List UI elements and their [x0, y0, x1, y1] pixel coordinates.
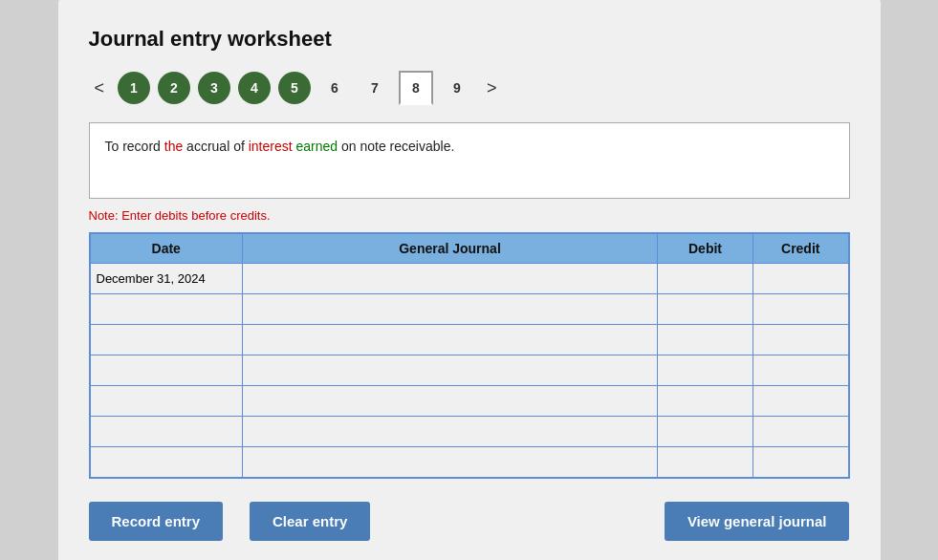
debit-cell-6[interactable] — [658, 447, 753, 478]
page-btn-8[interactable]: 8 — [399, 71, 433, 105]
debit-input-4[interactable] — [658, 386, 753, 416]
page-btn-9[interactable]: 9 — [441, 72, 473, 104]
page-btn-5[interactable]: 5 — [278, 72, 311, 104]
page-btn-3[interactable]: 3 — [198, 72, 230, 104]
page-btn-7[interactable]: 7 — [359, 72, 391, 104]
credit-cell-2[interactable] — [753, 325, 849, 355]
gj-cell-0[interactable] — [243, 264, 658, 294]
page-title: Journal entry worksheet — [89, 27, 850, 52]
highlight-the: the — [164, 139, 183, 154]
table-row — [90, 447, 849, 478]
col-header-debit: Debit — [658, 233, 753, 264]
table-row — [90, 417, 849, 447]
clear-entry-button[interactable]: Clear entry — [250, 502, 370, 541]
credit-input-4[interactable] — [753, 386, 848, 416]
date-cell-4 — [90, 386, 243, 417]
page-btn-6[interactable]: 6 — [318, 72, 351, 104]
gj-cell-4[interactable] — [243, 386, 658, 417]
credit-cell-6[interactable] — [753, 447, 849, 478]
debit-input-3[interactable] — [658, 355, 753, 385]
credit-cell-0[interactable] — [753, 264, 849, 294]
debit-cell-3[interactable] — [658, 355, 753, 386]
debit-cell-5[interactable] — [658, 417, 753, 447]
debit-cell-0[interactable] — [658, 264, 753, 294]
date-cell-6 — [90, 447, 243, 478]
date-cell-0: December 31, 2024 — [90, 264, 243, 294]
credit-cell-1[interactable] — [753, 294, 849, 325]
col-header-date: Date — [90, 233, 243, 264]
view-general-journal-button[interactable]: View general journal — [665, 502, 850, 541]
pagination-bar: < 1 2 3 4 5 6 7 8 9 > — [89, 71, 850, 105]
note-text: Note: Enter debits before credits. — [89, 208, 850, 223]
credit-cell-4[interactable] — [753, 386, 849, 417]
page-btn-2[interactable]: 2 — [158, 72, 190, 104]
gj-cell-6[interactable] — [243, 447, 658, 478]
credit-input-1[interactable] — [753, 294, 848, 324]
gj-input-0[interactable] — [243, 264, 657, 293]
table-row — [90, 355, 849, 386]
highlight-earned: earned — [296, 139, 338, 154]
credit-input-0[interactable] — [753, 264, 848, 293]
credit-input-3[interactable] — [753, 355, 848, 385]
table-row: December 31, 2024 — [90, 264, 849, 294]
gj-input-6[interactable] — [243, 447, 657, 477]
worksheet-container: Journal entry worksheet < 1 2 3 4 5 6 7 … — [58, 0, 881, 560]
gj-cell-5[interactable] — [243, 417, 658, 447]
date-cell-2 — [90, 325, 243, 355]
credit-input-5[interactable] — [753, 417, 848, 446]
debit-input-6[interactable] — [658, 447, 753, 477]
description-box: To record the accrual of interest earned… — [89, 122, 850, 199]
debit-cell-2[interactable] — [658, 325, 753, 355]
credit-input-2[interactable] — [753, 325, 848, 355]
debit-input-0[interactable] — [658, 264, 753, 293]
table-row — [90, 386, 849, 417]
gj-input-2[interactable] — [243, 325, 657, 355]
journal-table: Date General Journal Debit Credit Decemb… — [89, 232, 850, 479]
debit-input-2[interactable] — [658, 325, 753, 355]
col-header-credit: Credit — [753, 233, 849, 264]
credit-input-6[interactable] — [753, 447, 848, 477]
credit-cell-5[interactable] — [753, 417, 849, 447]
gj-input-1[interactable] — [243, 294, 657, 324]
record-entry-button[interactable]: Record entry — [89, 502, 224, 541]
gj-cell-3[interactable] — [243, 355, 658, 386]
page-btn-4[interactable]: 4 — [238, 72, 271, 104]
debit-cell-4[interactable] — [658, 386, 753, 417]
gj-cell-2[interactable] — [243, 325, 658, 355]
gj-input-5[interactable] — [243, 417, 657, 446]
table-row — [90, 325, 849, 355]
debit-input-5[interactable] — [658, 417, 753, 446]
credit-cell-3[interactable] — [753, 355, 849, 386]
debit-input-1[interactable] — [658, 294, 753, 324]
gj-input-3[interactable] — [243, 355, 657, 385]
date-cell-1 — [90, 294, 243, 325]
debit-cell-1[interactable] — [658, 294, 753, 325]
prev-arrow[interactable]: < — [89, 76, 111, 100]
date-cell-3 — [90, 355, 243, 386]
col-header-gj: General Journal — [243, 233, 658, 264]
gj-input-4[interactable] — [243, 386, 657, 416]
table-row — [90, 294, 849, 325]
buttons-row: Record entry Clear entry View general jo… — [89, 502, 850, 541]
page-btn-1[interactable]: 1 — [118, 72, 150, 104]
highlight-interest: interest — [249, 139, 293, 154]
date-cell-5 — [90, 417, 243, 447]
gj-cell-1[interactable] — [243, 294, 658, 325]
next-arrow[interactable]: > — [481, 76, 503, 100]
